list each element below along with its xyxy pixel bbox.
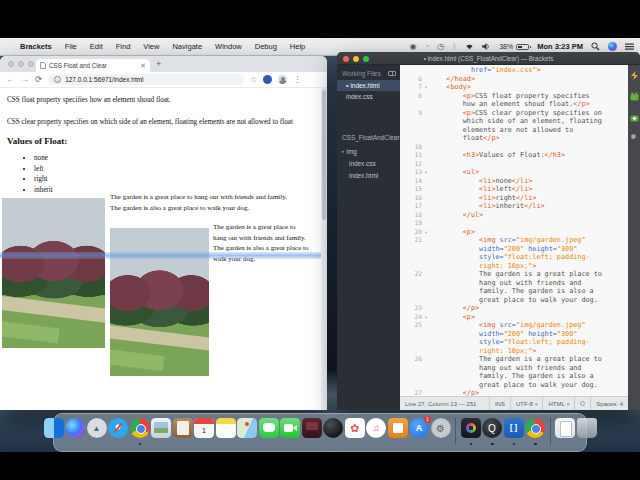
bluetooth-icon[interactable]: ᛒ <box>452 42 457 51</box>
browser-tab[interactable]: CSS Float and Clear ✕ <box>36 59 150 72</box>
browser-menu-icon[interactable]: ⋮ <box>293 75 301 84</box>
site-info-icon[interactable]: i <box>54 76 61 83</box>
menu-file[interactable]: File <box>65 42 77 51</box>
dock-icon-photos[interactable]: ✿ <box>345 418 365 438</box>
siri-icon[interactable] <box>608 42 617 51</box>
split-view-icon[interactable] <box>388 71 396 76</box>
zoom-window-button[interactable] <box>28 61 34 67</box>
dock-icon-chromium[interactable] <box>525 418 545 438</box>
indent-setting[interactable]: Spaces: 4 <box>590 397 628 410</box>
wifi-icon[interactable] <box>465 42 474 51</box>
page-scrollbar-thumb[interactable] <box>322 90 326 220</box>
extension-manager-icon[interactable] <box>630 92 639 101</box>
volume-icon[interactable] <box>482 42 491 51</box>
menu-brackets[interactable]: Brackets <box>20 42 52 51</box>
dock-icon-finder[interactable] <box>44 418 64 438</box>
address-bar[interactable]: i 127.0.0.1:56971/index.html <box>48 74 244 85</box>
code-text: which side of an element, floating <box>430 117 602 126</box>
language-select[interactable]: HTML <box>542 397 574 410</box>
code-row: 19 <box>400 219 628 228</box>
insert-mode-toggle[interactable]: INS <box>489 397 510 410</box>
dock-icon-trash[interactable] <box>577 418 597 438</box>
notification-center-icon[interactable] <box>625 42 634 51</box>
close-window-button[interactable] <box>8 61 14 67</box>
dock-icon-calendar[interactable]: 1 <box>194 418 214 438</box>
extension-install-icon[interactable] <box>630 113 639 122</box>
menu-view[interactable]: View <box>143 42 159 51</box>
code-editor[interactable]: href="index.css">6 </head>7▾ <body>8 <p>… <box>400 65 628 396</box>
dock-icon-chess[interactable] <box>323 418 343 438</box>
working-file-index-html[interactable]: •index.html <box>337 80 400 91</box>
code-token: hang out with friends and <box>430 364 581 372</box>
time-machine-icon[interactable]: ◷ <box>437 42 444 51</box>
menu-help[interactable]: Help <box>290 42 305 51</box>
dock-icon-safari[interactable] <box>108 418 128 438</box>
page-scrollbar[interactable] <box>321 88 327 410</box>
minimize-window-button[interactable] <box>18 61 24 67</box>
code-row: style="float:left; padding- <box>400 338 628 347</box>
working-file-index-css[interactable]: index.css <box>337 91 400 102</box>
screen-record-icon[interactable]: ◉ <box>410 42 417 51</box>
tree-item-index-html[interactable]: index.html <box>337 169 400 181</box>
reload-button[interactable]: ⟳ <box>35 75 42 84</box>
menu-find[interactable]: Find <box>116 42 131 51</box>
fold-icon[interactable]: ▾ <box>422 168 430 177</box>
dock-icon-maps[interactable] <box>237 418 257 438</box>
dock-icon-chrome[interactable] <box>130 418 150 438</box>
code-row: 14 <li>none</li> <box>400 177 628 186</box>
dock-icon-notes[interactable] <box>216 418 236 438</box>
dock-icon-messages[interactable] <box>259 418 279 438</box>
code-row: right: 10px;"> <box>400 262 628 271</box>
settings-wrench-icon[interactable] <box>630 134 639 143</box>
dock-icon-screen-recorder-app[interactable] <box>461 418 481 438</box>
dock-icon-preview[interactable] <box>151 418 171 438</box>
profile-avatar[interactable] <box>278 75 287 84</box>
code-text: width="200" height="300" <box>430 245 577 254</box>
zoom-window-button[interactable] <box>363 56 369 62</box>
project-name[interactable]: CSS_FloatAndClear <box>337 128 400 145</box>
close-window-button[interactable] <box>343 56 349 62</box>
disclosure-triangle-icon[interactable]: ▸ <box>342 148 345 154</box>
fold-icon[interactable]: ▾ <box>422 83 430 92</box>
fold-icon[interactable]: ▾ <box>422 228 430 237</box>
dock-icon-launchpad[interactable]: ▲ <box>87 418 107 438</box>
tree-item-img[interactable]: ▸img <box>337 145 400 157</box>
bookmark-star-icon[interactable]: ☆ <box>250 75 257 84</box>
dock-icon-facetime[interactable] <box>280 418 300 438</box>
handoff-icon[interactable]: ◔ <box>425 42 430 51</box>
dock-icon-ibooks[interactable] <box>388 418 408 438</box>
extension-icon[interactable] <box>263 75 272 84</box>
dock-icon-brackets[interactable]: [] <box>504 418 524 438</box>
code-text: The garden is a great place to <box>430 355 602 364</box>
menu-clock[interactable]: Mon 3:23 PM <box>537 42 583 51</box>
window-controls <box>8 61 34 67</box>
fold-icon[interactable]: ▾ <box>422 313 430 322</box>
tree-item-index-css[interactable]: index.css <box>337 157 400 169</box>
dock-icon-photo-booth[interactable] <box>302 418 322 438</box>
tab-close-icon[interactable]: ✕ <box>140 62 146 69</box>
dock-icon-contacts[interactable] <box>173 418 193 438</box>
menu-window[interactable]: Window <box>215 42 242 51</box>
dock-icon-itunes[interactable]: ♫ <box>366 418 386 438</box>
dock-icon-siri[interactable] <box>65 418 85 438</box>
live-preview-icon[interactable] <box>630 71 639 80</box>
new-tab-button[interactable]: + <box>156 60 161 69</box>
dock-icon-quicktime[interactable]: Q <box>482 418 502 438</box>
float-value-item: left <box>34 165 53 173</box>
menu-debug[interactable]: Debug <box>255 42 277 51</box>
fold-icon <box>422 143 430 152</box>
lint-status[interactable] <box>574 397 590 410</box>
menu-navigate[interactable]: Navigate <box>172 42 202 51</box>
dock-icon-system-preferences[interactable]: ⚙ <box>431 418 451 438</box>
forward-button[interactable]: → <box>21 75 30 84</box>
line-number <box>400 296 422 305</box>
encoding-select[interactable]: UTF-8 <box>510 397 543 410</box>
dock-icon-app-store[interactable]: A1 <box>409 418 429 438</box>
menu-edit[interactable]: Edit <box>90 42 103 51</box>
battery-indicator[interactable]: 38% <box>499 43 529 50</box>
line-number: 21 <box>400 236 422 245</box>
spotlight-icon[interactable] <box>591 42 600 51</box>
minimize-window-button[interactable] <box>353 56 359 62</box>
dock-icon-downloads[interactable] <box>555 418 575 438</box>
back-button[interactable]: ← <box>6 75 15 84</box>
